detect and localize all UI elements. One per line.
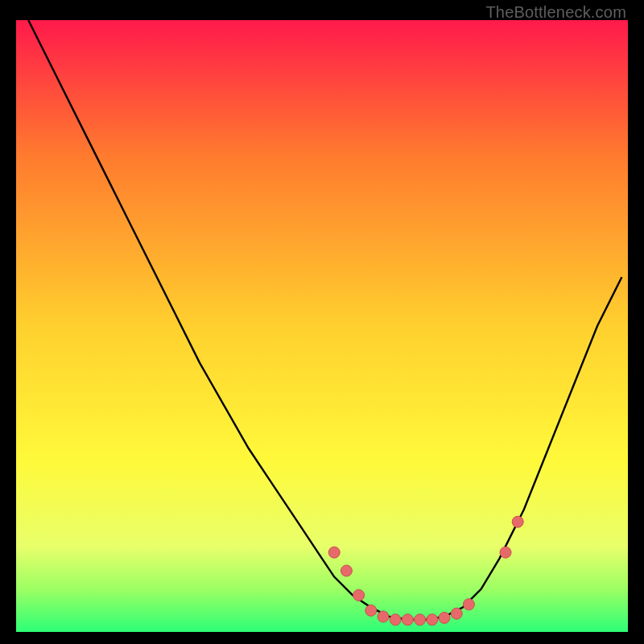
curve-dot xyxy=(365,605,377,616)
curve-dot xyxy=(512,516,523,527)
curve-dot xyxy=(402,614,413,625)
chart-frame xyxy=(16,20,628,632)
curve-dot xyxy=(463,599,474,610)
curve-dot xyxy=(353,589,365,601)
curve-dot xyxy=(451,608,462,619)
curve-dot xyxy=(328,547,340,558)
curve-dot xyxy=(390,614,401,625)
curve-dot xyxy=(500,547,511,558)
curve-dot xyxy=(427,614,438,625)
curve-dot xyxy=(378,611,389,622)
chart-background xyxy=(16,20,628,632)
bottleneck-chart xyxy=(16,20,628,632)
curve-dot xyxy=(341,565,352,576)
curve-dot xyxy=(415,614,426,625)
curve-dot xyxy=(439,613,450,624)
watermark-text: TheBottleneck.com xyxy=(485,3,626,22)
